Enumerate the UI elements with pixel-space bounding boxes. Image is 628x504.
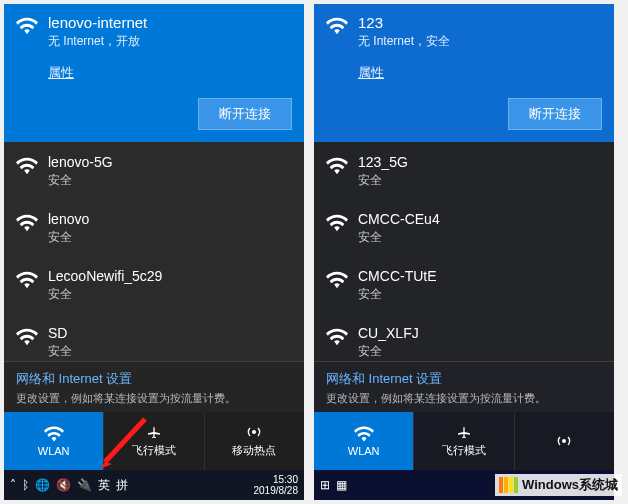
network-settings-link[interactable]: 网络和 Internet 设置 更改设置，例如将某连接设置为按流量计费。 — [4, 361, 304, 412]
properties-link[interactable]: 属性 — [358, 64, 384, 82]
network-item[interactable]: CMCC-CEu4安全 — [314, 199, 614, 256]
power-icon[interactable]: 🔌 — [77, 478, 92, 492]
wifi-icon — [16, 214, 38, 232]
connected-ssid: 123 — [358, 14, 602, 31]
network-ssid: LecooNewifi_5c29 — [48, 268, 292, 284]
wifi-icon — [16, 17, 38, 35]
clock-time: 15:30 — [254, 474, 299, 485]
settings-title: 网络和 Internet 设置 — [16, 370, 292, 388]
clock-date: 2019/8/28 — [254, 485, 299, 496]
wifi-icon — [326, 271, 348, 289]
wifi-icon — [16, 271, 38, 289]
clock[interactable]: 15:30 2019/8/28 — [254, 474, 299, 496]
network-security: 安全 — [48, 343, 292, 360]
globe-icon[interactable]: 🌐 — [35, 478, 50, 492]
tile-label: WLAN — [348, 445, 380, 457]
network-security: 安全 — [48, 229, 292, 246]
network-item[interactable]: CU_XLFJ安全 — [314, 313, 614, 361]
quick-tiles: WLAN 飞行模式 移动热点 — [4, 412, 304, 470]
network-security: 安全 — [48, 172, 292, 189]
connected-ssid: lenovo-internet — [48, 14, 292, 31]
wifi-icon — [326, 157, 348, 175]
settings-subtitle: 更改设置，例如将某连接设置为按流量计费。 — [16, 391, 292, 406]
network-list: 123_5G安全CMCC-CEu4安全CMCC-TUtE安全CU_XLFJ安全l… — [314, 142, 614, 361]
network-ssid: CU_XLFJ — [358, 325, 602, 341]
network-item[interactable]: LecooNewifi_5c29安全 — [4, 256, 304, 313]
network-ssid: 123_5G — [358, 154, 602, 170]
network-security: 安全 — [358, 286, 602, 303]
svg-point-1 — [562, 439, 566, 443]
network-security: 安全 — [358, 229, 602, 246]
wifi-icon — [326, 17, 348, 35]
ime-lang[interactable]: 英 — [98, 477, 110, 494]
quick-tiles: WLAN 飞行模式 — [314, 412, 614, 470]
properties-link[interactable]: 属性 — [48, 64, 74, 82]
network-item[interactable]: lenovo安全 — [4, 199, 304, 256]
app-icon[interactable]: ▦ — [336, 478, 347, 492]
watermark-text: Windows系统城 — [522, 476, 618, 494]
system-tray: ⊞ ▦ — [320, 478, 347, 492]
network-security: 安全 — [48, 286, 292, 303]
watermark: Windows系统城 — [495, 474, 622, 496]
network-security: 安全 — [358, 343, 602, 360]
network-ssid: lenovo-5G — [48, 154, 292, 170]
svg-point-0 — [252, 430, 256, 434]
settings-title: 网络和 Internet 设置 — [326, 370, 602, 388]
connected-status: 无 Internet，安全 — [358, 33, 602, 50]
network-ssid: CMCC-CEu4 — [358, 211, 602, 227]
network-ssid: lenovo — [48, 211, 292, 227]
disconnect-button[interactable]: 断开连接 — [508, 98, 602, 130]
tile-hotspot[interactable] — [515, 412, 614, 470]
taskbar: ˄ ᛒ 🌐 🔇 🔌 英 拼 15:30 2019/8/28 — [4, 470, 304, 500]
wifi-flyout-right: 123 无 Internet，安全 属性 断开连接 123_5G安全CMCC-C… — [314, 4, 614, 500]
network-item[interactable]: CMCC-TUtE安全 — [314, 256, 614, 313]
settings-subtitle: 更改设置，例如将某连接设置为按流量计费。 — [326, 391, 602, 406]
network-item[interactable]: lenovo-5G安全 — [4, 142, 304, 199]
wifi-flyout-left: lenovo-internet 无 Internet，开放 属性 断开连接 le… — [4, 4, 304, 500]
connected-network[interactable]: lenovo-internet 无 Internet，开放 属性 断开连接 — [4, 4, 304, 142]
start-icon[interactable]: ⊞ — [320, 478, 330, 492]
tile-label: 飞行模式 — [132, 443, 176, 458]
disconnect-button[interactable]: 断开连接 — [198, 98, 292, 130]
network-item[interactable]: 123_5G安全 — [314, 142, 614, 199]
network-settings-link[interactable]: 网络和 Internet 设置 更改设置，例如将某连接设置为按流量计费。 — [314, 361, 614, 412]
tile-label: 飞行模式 — [442, 443, 486, 458]
connected-status: 无 Internet，开放 — [48, 33, 292, 50]
hotspot-icon — [554, 433, 574, 449]
chevron-up-icon[interactable]: ˄ — [10, 478, 16, 492]
tile-airplane[interactable]: 飞行模式 — [414, 412, 514, 470]
tile-airplane[interactable]: 飞行模式 — [104, 412, 204, 470]
airplane-icon — [454, 424, 474, 440]
tile-wlan[interactable]: WLAN — [314, 412, 414, 470]
volume-icon[interactable]: 🔇 — [56, 478, 71, 492]
network-list: lenovo-5G安全lenovo安全LecooNewifi_5c29安全SD安… — [4, 142, 304, 361]
wifi-icon — [16, 157, 38, 175]
tile-wlan[interactable]: WLAN — [4, 412, 104, 470]
network-item[interactable]: SD安全 — [4, 313, 304, 361]
wifi-icon — [326, 214, 348, 232]
airplane-icon — [144, 424, 164, 440]
tile-label: 移动热点 — [232, 443, 276, 458]
network-ssid: CMCC-TUtE — [358, 268, 602, 284]
wifi-icon — [326, 328, 348, 346]
ime-mode[interactable]: 拼 — [116, 477, 128, 494]
tile-label: WLAN — [38, 445, 70, 457]
wifi-icon — [44, 426, 64, 442]
logo-bars-icon — [499, 477, 518, 493]
hotspot-icon — [244, 424, 264, 440]
tile-hotspot[interactable]: 移动热点 — [205, 412, 304, 470]
system-tray: ˄ ᛒ 🌐 🔇 🔌 英 拼 — [10, 477, 128, 494]
connected-network[interactable]: 123 无 Internet，安全 属性 断开连接 — [314, 4, 614, 142]
bluetooth-icon[interactable]: ᛒ — [22, 478, 29, 492]
network-security: 安全 — [358, 172, 602, 189]
network-ssid: SD — [48, 325, 292, 341]
wifi-icon — [16, 328, 38, 346]
wifi-icon — [354, 426, 374, 442]
